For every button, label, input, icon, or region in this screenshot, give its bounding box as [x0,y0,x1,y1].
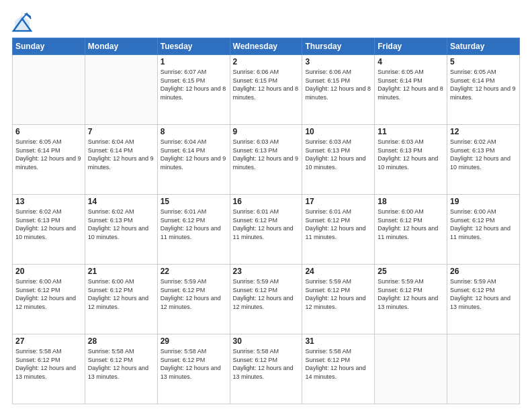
calendar-cell: 1Sunrise: 6:07 AM Sunset: 6:15 PM Daylig… [157,55,230,125]
weekday-header-monday: Monday [85,38,157,55]
day-number: 23 [233,267,300,276]
day-info: Sunrise: 6:04 AM Sunset: 6:14 PM Dayligh… [161,138,227,171]
day-number: 20 [15,267,82,276]
calendar-cell [375,334,447,404]
calendar-cell: 29Sunrise: 5:58 AM Sunset: 6:12 PM Dayli… [157,334,230,404]
calendar-cell: 3Sunrise: 6:06 AM Sunset: 6:15 PM Daylig… [302,55,375,125]
day-number: 1 [161,57,227,66]
weekday-header-friday: Friday [375,38,447,55]
day-info: Sunrise: 6:04 AM Sunset: 6:14 PM Dayligh… [88,138,154,171]
weekday-header-tuesday: Tuesday [157,38,230,55]
day-info: Sunrise: 6:05 AM Sunset: 6:14 PM Dayligh… [15,138,82,171]
calendar-week-row: 6Sunrise: 6:05 AM Sunset: 6:14 PM Daylig… [13,125,520,195]
day-number: 10 [305,127,371,136]
calendar-week-row: 27Sunrise: 5:58 AM Sunset: 6:12 PM Dayli… [13,334,520,404]
day-number: 12 [450,127,517,136]
calendar-week-row: 20Sunrise: 6:00 AM Sunset: 6:12 PM Dayli… [13,265,520,334]
day-info: Sunrise: 6:06 AM Sunset: 6:15 PM Dayligh… [305,68,371,101]
calendar-cell: 10Sunrise: 6:03 AM Sunset: 6:13 PM Dayli… [302,125,375,195]
calendar-cell: 5Sunrise: 6:05 AM Sunset: 6:14 PM Daylig… [447,55,520,125]
day-info: Sunrise: 6:00 AM Sunset: 6:12 PM Dayligh… [15,277,82,311]
day-info: Sunrise: 5:59 AM Sunset: 6:12 PM Dayligh… [305,277,371,311]
day-info: Sunrise: 5:58 AM Sunset: 6:12 PM Dayligh… [88,347,154,381]
day-number: 19 [450,197,517,206]
day-number: 5 [450,57,517,66]
day-info: Sunrise: 6:02 AM Sunset: 6:13 PM Dayligh… [450,138,517,171]
day-info: Sunrise: 6:00 AM Sunset: 6:12 PM Dayligh… [378,208,444,241]
day-info: Sunrise: 5:59 AM Sunset: 6:12 PM Dayligh… [233,277,300,311]
weekday-header-thursday: Thursday [302,38,375,55]
calendar-cell: 26Sunrise: 5:59 AM Sunset: 6:12 PM Dayli… [447,265,520,334]
day-info: Sunrise: 6:07 AM Sunset: 6:15 PM Dayligh… [161,68,227,101]
day-info: Sunrise: 5:58 AM Sunset: 6:12 PM Dayligh… [161,347,227,381]
calendar-cell: 15Sunrise: 6:01 AM Sunset: 6:12 PM Dayli… [157,195,230,265]
calendar-cell: 14Sunrise: 6:02 AM Sunset: 6:13 PM Dayli… [85,195,157,265]
day-info: Sunrise: 6:00 AM Sunset: 6:12 PM Dayligh… [88,277,154,311]
day-info: Sunrise: 5:58 AM Sunset: 6:12 PM Dayligh… [305,347,371,381]
day-number: 7 [88,127,154,136]
day-info: Sunrise: 5:58 AM Sunset: 6:12 PM Dayligh… [233,347,300,381]
calendar-cell: 31Sunrise: 5:58 AM Sunset: 6:12 PM Dayli… [302,334,375,404]
day-info: Sunrise: 5:59 AM Sunset: 6:12 PM Dayligh… [378,277,444,311]
day-number: 25 [378,267,444,276]
calendar-week-row: 1Sunrise: 6:07 AM Sunset: 6:15 PM Daylig… [13,55,520,125]
calendar-table: SundayMondayTuesdayWednesdayThursdayFrid… [12,38,520,404]
calendar-cell: 7Sunrise: 6:04 AM Sunset: 6:14 PM Daylig… [85,125,157,195]
day-number: 27 [15,336,82,346]
day-number: 24 [305,267,371,276]
calendar-cell: 19Sunrise: 6:00 AM Sunset: 6:12 PM Dayli… [447,195,520,265]
calendar-cell: 25Sunrise: 5:59 AM Sunset: 6:12 PM Dayli… [375,265,447,334]
day-number: 6 [15,127,82,136]
day-number: 15 [161,197,227,206]
weekday-header-saturday: Saturday [447,38,520,55]
logo [12,12,35,32]
day-info: Sunrise: 6:03 AM Sunset: 6:13 PM Dayligh… [378,138,444,171]
day-number: 30 [233,336,300,346]
calendar-cell: 13Sunrise: 6:02 AM Sunset: 6:13 PM Dayli… [13,195,85,265]
day-number: 17 [305,197,371,206]
calendar-cell: 23Sunrise: 5:59 AM Sunset: 6:12 PM Dayli… [230,265,302,334]
generalblue-logo-icon [12,12,32,32]
day-info: Sunrise: 6:03 AM Sunset: 6:13 PM Dayligh… [305,138,371,171]
day-info: Sunrise: 6:01 AM Sunset: 6:12 PM Dayligh… [305,208,371,241]
day-number: 8 [161,127,227,136]
day-info: Sunrise: 6:02 AM Sunset: 6:13 PM Dayligh… [15,208,82,241]
day-number: 13 [15,197,82,206]
calendar-cell [13,55,85,125]
calendar-header-row: SundayMondayTuesdayWednesdayThursdayFrid… [13,38,520,55]
day-info: Sunrise: 6:02 AM Sunset: 6:13 PM Dayligh… [88,208,154,241]
day-number: 4 [378,57,444,66]
day-info: Sunrise: 6:01 AM Sunset: 6:12 PM Dayligh… [161,208,227,241]
day-number: 18 [378,197,444,206]
day-number: 9 [233,127,300,136]
calendar-cell: 22Sunrise: 5:59 AM Sunset: 6:12 PM Dayli… [157,265,230,334]
calendar-cell: 18Sunrise: 6:00 AM Sunset: 6:12 PM Dayli… [375,195,447,265]
day-info: Sunrise: 6:01 AM Sunset: 6:12 PM Dayligh… [233,208,300,241]
day-number: 21 [88,267,154,276]
calendar-cell: 24Sunrise: 5:59 AM Sunset: 6:12 PM Dayli… [302,265,375,334]
calendar-cell: 11Sunrise: 6:03 AM Sunset: 6:13 PM Dayli… [375,125,447,195]
day-info: Sunrise: 6:03 AM Sunset: 6:13 PM Dayligh… [233,138,300,171]
calendar-cell: 16Sunrise: 6:01 AM Sunset: 6:12 PM Dayli… [230,195,302,265]
day-number: 26 [450,267,517,276]
calendar-cell: 6Sunrise: 6:05 AM Sunset: 6:14 PM Daylig… [13,125,85,195]
calendar-cell: 2Sunrise: 6:06 AM Sunset: 6:15 PM Daylig… [230,55,302,125]
calendar-cell: 17Sunrise: 6:01 AM Sunset: 6:12 PM Dayli… [302,195,375,265]
day-info: Sunrise: 5:58 AM Sunset: 6:12 PM Dayligh… [15,347,82,381]
day-number: 3 [305,57,371,66]
day-number: 11 [378,127,444,136]
day-number: 14 [88,197,154,206]
calendar-cell: 9Sunrise: 6:03 AM Sunset: 6:13 PM Daylig… [230,125,302,195]
day-info: Sunrise: 6:06 AM Sunset: 6:15 PM Dayligh… [233,68,300,101]
calendar-cell: 30Sunrise: 5:58 AM Sunset: 6:12 PM Dayli… [230,334,302,404]
day-info: Sunrise: 5:59 AM Sunset: 6:12 PM Dayligh… [450,277,517,311]
calendar-cell: 27Sunrise: 5:58 AM Sunset: 6:12 PM Dayli… [13,334,85,404]
day-info: Sunrise: 5:59 AM Sunset: 6:12 PM Dayligh… [161,277,227,311]
day-number: 2 [233,57,300,66]
calendar-week-row: 13Sunrise: 6:02 AM Sunset: 6:13 PM Dayli… [13,195,520,265]
day-number: 22 [161,267,227,276]
day-number: 28 [88,336,154,346]
weekday-header-wednesday: Wednesday [230,38,302,55]
calendar-cell: 21Sunrise: 6:00 AM Sunset: 6:12 PM Dayli… [85,265,157,334]
day-number: 29 [161,336,227,346]
